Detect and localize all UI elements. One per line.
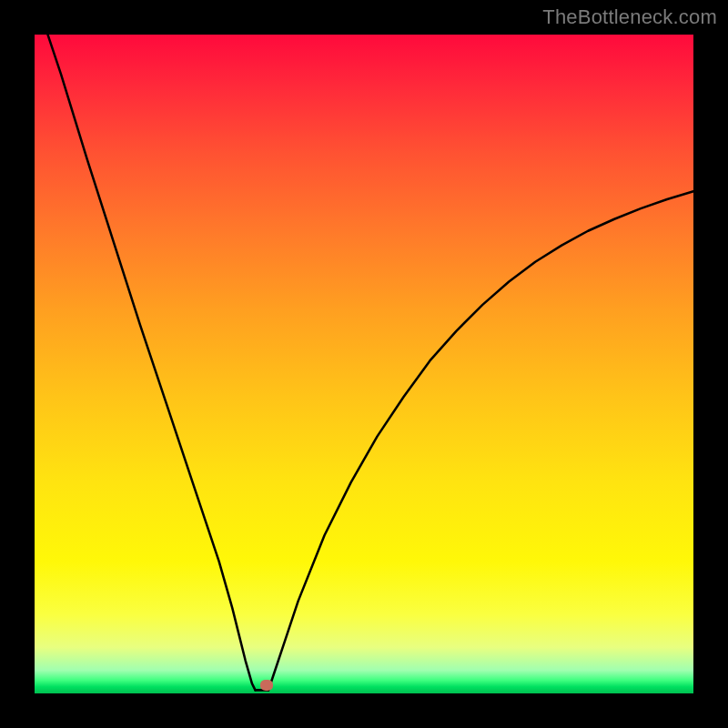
- minimum-marker: [260, 680, 273, 691]
- curve-svg: [35, 35, 693, 693]
- chart-frame: TheBottleneck.com: [0, 0, 728, 728]
- bottleneck-curve-right: [268, 191, 693, 690]
- watermark-text: TheBottleneck.com: [542, 5, 717, 29]
- bottleneck-curve-left: [35, 0, 256, 690]
- plot-area: [35, 35, 693, 693]
